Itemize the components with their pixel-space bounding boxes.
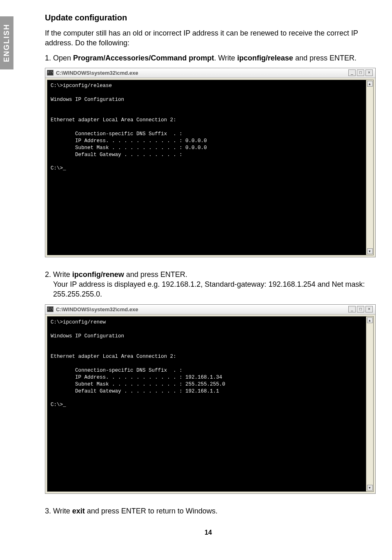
maximize-button[interactable]: □ (357, 306, 364, 312)
cmd-icon (47, 70, 53, 76)
step2-mask: 255.255.255.0. (53, 290, 102, 298)
step1-bold-1: Program/Accessories/Command prompt (73, 54, 214, 62)
step-1: 1. Open Program/Accessories/Command prom… (53, 53, 372, 63)
step1-pre-text: 1. Open (45, 54, 73, 62)
step1-bold-2: ipconfig/release (237, 54, 293, 62)
step2-ip: 192.168.1.2 (162, 280, 200, 288)
minimize-button[interactable]: _ (348, 69, 356, 76)
intro-paragraph: If the computer still has an old or inco… (45, 28, 372, 48)
step2-line2b: , Standard-gateway: (200, 280, 268, 288)
step2-pre-text: 2. Write (45, 270, 72, 279)
step2-gw: 192.168.1.254 (268, 280, 315, 288)
minimize-button[interactable]: _ (348, 306, 356, 312)
scrollbar[interactable]: ▴ ▾ (366, 316, 374, 492)
page-title: Update configuration (45, 12, 372, 23)
window-buttons: _ □ × (348, 306, 373, 312)
page-number: 14 (45, 528, 372, 537)
step3-pre-text: 3. Write (45, 507, 72, 515)
cmd-title-text: C:\WINDOWS\system32\cmd.exe (56, 69, 348, 77)
cmd-output-renew: C:\>ipconfig/renew Windows IP Configurat… (47, 316, 366, 492)
step1-mid-text: . Write (214, 54, 237, 62)
close-button[interactable]: × (365, 306, 373, 312)
scroll-down-icon[interactable]: ▾ (367, 485, 373, 491)
scroll-down-icon[interactable]: ▾ (367, 248, 373, 254)
window-buttons: _ □ × (348, 69, 373, 76)
step2-bold: ipconfig/renew (72, 270, 124, 279)
step2-line2c: and Net mask: (316, 280, 365, 288)
cmd-titlebar: C:\WINDOWS\system32\cmd.exe _ □ × (45, 305, 375, 315)
page-content: Update configuration If the computer sti… (45, 12, 372, 537)
close-button[interactable]: × (365, 69, 373, 76)
step3-bold: exit (72, 507, 85, 515)
step1-post-text: and press ENTER. (293, 54, 356, 62)
cmd-output-release: C:\>ipconfig/release Windows IP Configur… (47, 80, 366, 255)
maximize-button[interactable]: □ (357, 69, 364, 76)
step-2: 2. Write ipconfig/renew and press ENTER.… (53, 270, 372, 299)
cmd-icon (47, 306, 53, 312)
scroll-up-icon[interactable]: ▴ (367, 81, 373, 87)
cmd-title-text: C:\WINDOWS\system32\cmd.exe (56, 306, 348, 313)
cmd-window-release: C:\WINDOWS\system32\cmd.exe _ □ × C:\>ip… (45, 68, 376, 257)
step2-post-text: and press ENTER. (124, 270, 187, 279)
step-3: 3. Write exit and press ENTER to return … (53, 506, 372, 516)
language-tab: ENGLISH (0, 16, 13, 69)
step3-post-text: and press ENTER to return to Windows. (85, 507, 218, 515)
scroll-up-icon[interactable]: ▴ (367, 317, 373, 323)
step2-line2a: Your IP address is displayed e.g. (53, 280, 162, 288)
scrollbar[interactable]: ▴ ▾ (366, 80, 374, 255)
cmd-window-renew: C:\WINDOWS\system32\cmd.exe _ □ × C:\>ip… (45, 304, 376, 494)
cmd-titlebar: C:\WINDOWS\system32\cmd.exe _ □ × (45, 68, 375, 78)
